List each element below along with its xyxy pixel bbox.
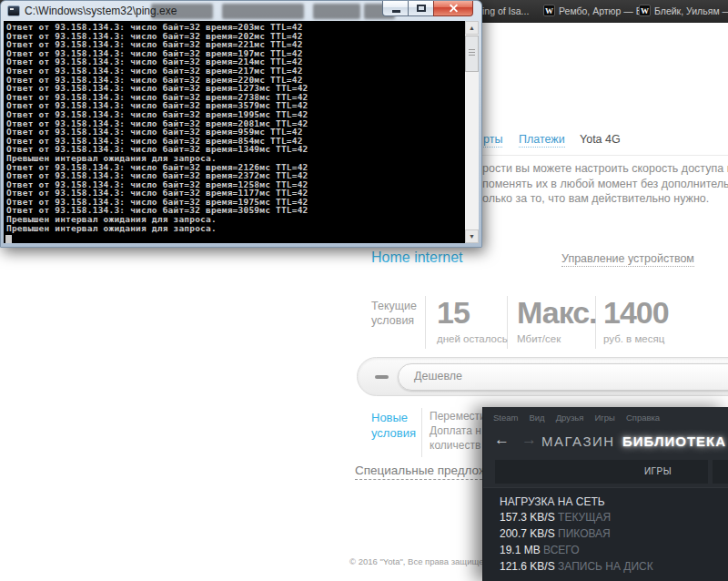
console-line: Превышен интервал ожидания для запроса. xyxy=(6,224,308,233)
stat-days-caption: дней осталось xyxy=(437,333,508,344)
network-label: ВСЕГО xyxy=(543,544,579,556)
steam-games-subtab[interactable]: ИГРЫ xyxy=(644,466,672,476)
console-title-bar[interactable]: C:\Windows\system32\ping.exe xyxy=(1,1,481,21)
forward-arrow-icon[interactable]: → xyxy=(521,431,537,449)
steam-menu-item[interactable]: Steam xyxy=(493,413,518,423)
intro-paragraph: рости вы можете настроить скорость досту… xyxy=(482,161,728,207)
scrollbar-thumb[interactable] xyxy=(465,36,479,72)
wikipedia-icon: W xyxy=(639,5,651,16)
intro-line: олько за то, что вам действительно нужно… xyxy=(482,191,728,207)
new-conditions-line1: Новые xyxy=(371,410,416,425)
console-window: C:\Windows\system32\ping.exe Ответ от 93… xyxy=(0,0,482,248)
steam-menu-item[interactable]: Друзья xyxy=(556,413,584,423)
nav-current-yota4g: Yota 4G xyxy=(580,133,621,146)
steam-library-tab[interactable]: БИБЛИОТЕКА xyxy=(622,433,726,449)
browser-tab-1[interactable]: ing of Isa... xyxy=(482,5,529,16)
network-label: ЗАПИСЬ НА ДИСК xyxy=(558,560,653,573)
window-controls xyxy=(382,1,473,16)
back-arrow-icon[interactable]: ← xyxy=(494,431,510,449)
copyright-footer: © 2016 "Yota", Все права защище xyxy=(349,556,483,566)
new-text-line: Доплата н xyxy=(430,423,486,438)
console-window-title: C:\Windows\system32\ping.exe xyxy=(25,5,177,17)
minus-icon[interactable] xyxy=(375,375,389,379)
header-divider xyxy=(482,155,728,156)
network-row: 121.6 KB/S ЗАПИСЬ НА ДИСК xyxy=(500,560,653,573)
wikipedia-icon: W xyxy=(543,5,555,16)
scroll-down-icon[interactable]: ▼ xyxy=(465,229,479,243)
new-conditions-text: Перемести Доплата н количеств xyxy=(430,409,486,453)
manage-device-link[interactable]: Управление устройством xyxy=(561,252,694,267)
stat-days-value: 15 xyxy=(437,295,470,331)
steam-window: SteamВидДрузьяИгрыСправка ← → МАГАЗИН БИ… xyxy=(482,407,728,581)
steam-subtab-strip xyxy=(713,460,728,484)
text-cursor xyxy=(5,235,12,243)
browser-tab-3[interactable]: Блейк, Уильям — xyxy=(654,5,728,16)
maximize-icon xyxy=(417,5,426,12)
intro-line: рости вы можете настроить скорость досту… xyxy=(482,161,728,177)
minimize-button[interactable] xyxy=(382,1,409,16)
stat-price-caption: руб. в месяц xyxy=(603,333,664,344)
browser-tab-2[interactable]: Рембо, Артюр — В... xyxy=(559,5,650,16)
stat-divider xyxy=(425,296,426,349)
network-row: 157.3 KB/S ТЕКУЩАЯ xyxy=(500,511,611,524)
network-label: ПИКОВАЯ xyxy=(558,527,611,540)
nav-link-cut[interactable]: рты xyxy=(483,133,502,148)
page-title: Home internet xyxy=(371,250,463,266)
network-row: 19.1 MB ВСЕГО xyxy=(500,544,579,556)
special-offers-link[interactable]: Специальные предлож xyxy=(355,464,487,480)
current-conditions-label: Текущие условия xyxy=(371,299,417,328)
console-output-area: Ответ от 93.158.134.3: число байт=32 вре… xyxy=(4,21,479,243)
glass-reflection xyxy=(222,4,304,19)
steam-network-panel: НАГРУЗКА НА СЕТЬ 157.3 KB/S ТЕКУЩАЯ 200.… xyxy=(483,487,728,581)
nav-link-payments[interactable]: Платежи xyxy=(519,133,565,148)
console-app-icon xyxy=(7,5,20,16)
steam-subtab-strip: ИГРЫ xyxy=(495,460,708,484)
steam-store-tab[interactable]: МАГАЗИН xyxy=(541,433,615,449)
stat-speed-caption: Мбит/сек xyxy=(517,333,561,344)
stat-price-value: 1400 xyxy=(603,295,669,331)
new-conditions-label: Новые условия xyxy=(371,410,416,441)
intro-line: поменять их в любой момент без дополните… xyxy=(482,177,728,192)
stat-speed-value: Макс. xyxy=(517,295,597,331)
maximize-button[interactable] xyxy=(409,1,433,16)
network-load-header: НАГРУЗКА НА СЕТЬ xyxy=(500,495,605,508)
current-conditions-line2: условия xyxy=(371,313,417,328)
close-button[interactable] xyxy=(433,1,473,16)
steam-menu-item[interactable]: Игры xyxy=(594,413,614,423)
console-scrollbar[interactable]: ▲ ▼ xyxy=(465,21,479,243)
scroll-up-icon[interactable]: ▲ xyxy=(465,21,479,35)
network-label: ТЕКУЩАЯ xyxy=(558,511,611,524)
steam-menu-item[interactable]: Справка xyxy=(626,413,660,423)
new-text-line: количеств xyxy=(430,438,486,453)
thumb-grip-icon xyxy=(469,49,475,56)
current-conditions-line1: Текущие xyxy=(371,299,417,313)
network-value: 121.6 KB/S xyxy=(500,560,555,573)
new-text-line: Перемести xyxy=(430,409,486,423)
glass-reflection xyxy=(313,4,360,19)
network-value: 19.1 MB xyxy=(500,544,541,556)
slider-label: Дешевле xyxy=(414,370,462,382)
steam-menu-bar: SteamВидДрузьяИгрыСправка xyxy=(493,413,660,423)
section-divider xyxy=(421,408,422,457)
network-value: 157.3 KB/S xyxy=(500,511,555,524)
ping-output: Ответ от 93.158.134.3: число байт=32 вре… xyxy=(6,23,308,232)
network-row: 200.7 KB/S ПИКОВАЯ xyxy=(500,527,611,540)
new-conditions-line2: условия xyxy=(371,425,416,441)
minimize-icon xyxy=(392,10,400,13)
network-value: 200.7 KB/S xyxy=(500,527,555,540)
steam-menu-item[interactable]: Вид xyxy=(529,413,544,423)
